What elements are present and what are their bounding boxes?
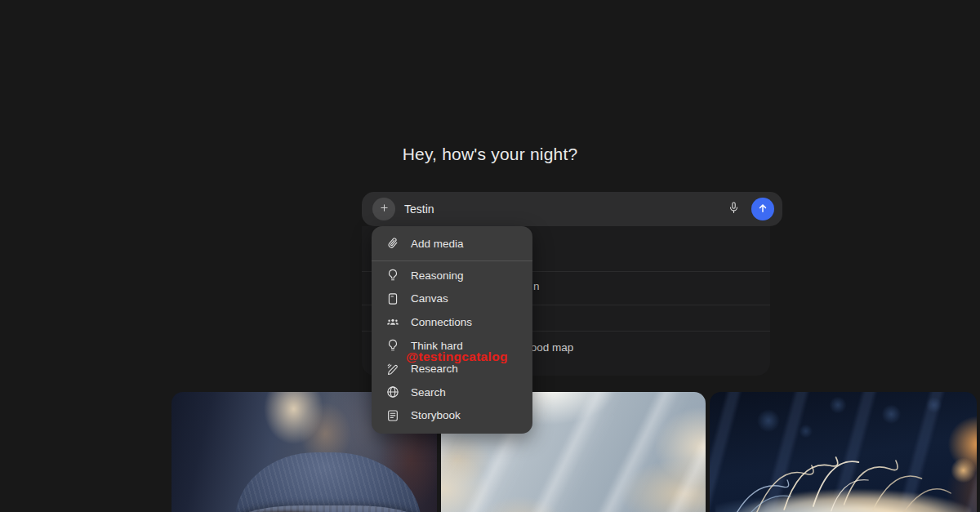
prompt-input-bar[interactable]: Testin xyxy=(362,192,782,226)
globe-icon xyxy=(385,385,400,399)
menu-item-storybook[interactable]: Storybook xyxy=(372,404,532,428)
feather-wisps-shape xyxy=(710,438,977,512)
people-icon xyxy=(385,314,400,329)
gallery-image-feathers[interactable] xyxy=(710,392,977,512)
menu-item-label: Canvas xyxy=(411,292,448,305)
add-attachment-button[interactable] xyxy=(372,198,395,220)
menu-item-canvas[interactable]: Canvas xyxy=(372,287,532,311)
menu-item-add-media[interactable]: Add media xyxy=(372,226,532,260)
microphone-button[interactable] xyxy=(726,202,741,216)
lightbulb-icon xyxy=(385,338,400,353)
plus-icon xyxy=(378,202,390,216)
beanie-shape xyxy=(235,452,421,512)
tools-menu: Add media Reasoning Canvas Connections xyxy=(372,226,532,434)
pen-icon xyxy=(385,362,400,376)
menu-item-search[interactable]: Search xyxy=(372,381,532,404)
greeting-title: Hey, how's your night? xyxy=(0,145,980,164)
menu-item-label: Search xyxy=(411,386,446,398)
menu-item-label: Connections xyxy=(411,316,472,328)
watermark-text: @testingcatalog xyxy=(406,349,508,364)
arrow-up-icon xyxy=(756,202,769,217)
suggestion-item-partial[interactable]: n xyxy=(533,280,540,292)
send-button[interactable] xyxy=(751,198,774,220)
menu-item-label: Add media xyxy=(411,238,464,250)
note-icon xyxy=(385,292,400,306)
paperclip-icon xyxy=(385,236,400,251)
menu-item-label: Research xyxy=(411,363,458,375)
menu-item-label: Reasoning xyxy=(411,269,464,282)
microphone-icon xyxy=(727,201,741,218)
prompt-input-value[interactable]: Testin xyxy=(404,192,434,226)
menu-list: Reasoning Canvas Connections Think hard xyxy=(372,261,532,434)
menu-item-connections[interactable]: Connections xyxy=(372,310,532,334)
menu-item-label: Storybook xyxy=(411,409,461,421)
menu-item-reasoning[interactable]: Reasoning xyxy=(372,264,532,287)
lightbulb-icon xyxy=(385,268,400,283)
suggestion-item-partial[interactable]: food map xyxy=(528,341,573,354)
book-icon xyxy=(385,408,400,423)
app-root: Hey, how's your night? Testin n food map xyxy=(0,0,980,512)
